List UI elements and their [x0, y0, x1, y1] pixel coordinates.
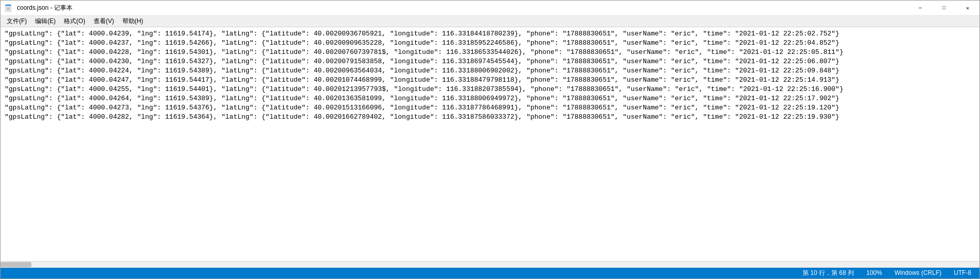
close-button[interactable]: ✕: [956, 1, 979, 16]
line-8: "gpsLatLng": {"lat": 4000.04264, "lng": …: [5, 94, 975, 103]
line-6: "gpsLatLng": {"lat": 4000.04247, "lng": …: [5, 76, 975, 85]
line-ending: Windows (CRLF): [895, 269, 941, 276]
cursor-position: 第 10 行，第 68 列: [803, 269, 854, 277]
status-bar: 第 10 行，第 68 列 100% Windows (CRLF) UTF-8: [1, 267, 979, 278]
menu-format[interactable]: 格式(O): [60, 16, 89, 27]
maximize-button[interactable]: □: [932, 1, 956, 16]
line-3: "gpsLatLng": {"lat": 4000.04228, "lng": …: [5, 48, 975, 57]
window-title: coords.json - 记事本: [17, 4, 73, 12]
line-2: "gpsLatLng": {"lat": 4000.04237, "lng": …: [5, 39, 975, 48]
line-4: "gpsLatLng": {"lat": 4000.04230, "lng": …: [5, 57, 975, 66]
title-bar: coords.json - 记事本 — □ ✕: [1, 1, 979, 16]
text-editor[interactable]: "gpsLatLng": {"lat": 4000.04239, "lng": …: [1, 27, 979, 124]
line-10: "gpsLatLng": {"lat": 4000.04282, "lng": …: [5, 113, 975, 122]
horizontal-scrollbar[interactable]: [1, 261, 979, 267]
menu-help[interactable]: 帮助(H): [118, 16, 148, 27]
menu-file[interactable]: 文件(F): [3, 16, 31, 27]
line-7: "gpsLatLng": {"lat": 4000.04255, "lng": …: [5, 85, 975, 94]
menu-edit[interactable]: 编辑(E): [31, 16, 60, 27]
minimize-button[interactable]: —: [908, 1, 932, 16]
line-5: "gpsLatLng": {"lat": 4000.04224, "lng": …: [5, 66, 975, 76]
svg-rect-1: [6, 5, 11, 6]
menu-bar: 文件(F) 编辑(E) 格式(O) 查看(V) 帮助(H): [1, 16, 979, 27]
title-bar-left: coords.json - 记事本: [5, 4, 73, 12]
menu-view[interactable]: 查看(V): [90, 16, 118, 27]
main-window: coords.json - 记事本 — □ ✕ 文件(F) 编辑(E) 格式(O…: [0, 0, 980, 279]
scrollbar-track[interactable]: [1, 262, 979, 268]
line-9: "gpsLatLng": {"lat": 4000.04273, "lng": …: [5, 103, 975, 113]
encoding: UTF-8: [954, 269, 971, 276]
zoom-level: 100%: [866, 269, 882, 276]
content-area[interactable]: "gpsLatLng": {"lat": 4000.04239, "lng": …: [1, 27, 979, 261]
scrollbar-thumb[interactable]: [1, 262, 31, 267]
line-1: "gpsLatLng": {"lat": 4000.04239, "lng": …: [5, 29, 975, 39]
app-icon: [5, 4, 13, 12]
window-controls: — □ ✕: [908, 1, 979, 16]
